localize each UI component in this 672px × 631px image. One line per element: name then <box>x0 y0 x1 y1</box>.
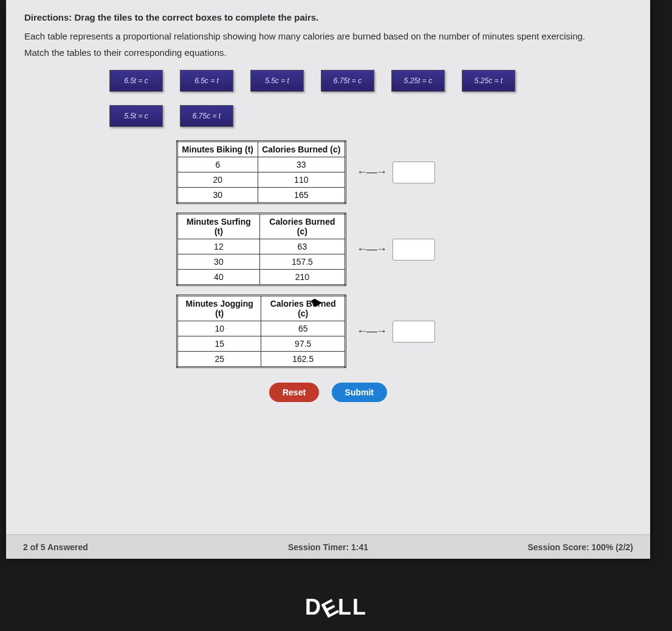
drop-slot-surfing[interactable] <box>393 239 435 261</box>
table-row: 40210 <box>177 270 346 285</box>
tile-1[interactable]: 6.5t = c <box>109 70 163 92</box>
table-row: 1065 <box>177 321 346 336</box>
table-row: 1263 <box>177 239 346 254</box>
instruction-text: Match the tables to their corresponding … <box>24 47 632 58</box>
footer-bar: 2 of 5 Answered Session Timer: 1:41 Sess… <box>6 534 650 559</box>
pair-row-jogging: Minutes Jogging (t) Calories Burned (c) … <box>176 295 632 368</box>
tables-area: Minutes Biking (t) Calories Burned (c) 6… <box>176 140 632 368</box>
th-jogging-t: Minutes Jogging (t) <box>177 296 261 321</box>
th-surfing-t: Minutes Surfing (t) <box>177 214 260 239</box>
table-surfing: Minutes Surfing (t) Calories Burned (c) … <box>176 213 346 286</box>
tile-row-1: 6.5t = c 6.5c = t 5.5c = t 6.75t = c 5.2… <box>109 70 632 92</box>
arrow-icon: ←—→ <box>350 243 393 256</box>
table-row: 20110 <box>177 172 346 188</box>
arrow-icon: ←—→ <box>350 166 393 179</box>
tile-6[interactable]: 5.25c = t <box>462 70 515 92</box>
tile-7[interactable]: 5.5t = c <box>109 105 163 127</box>
tile-row-2: 5.5t = c 6.75c = t <box>109 105 632 127</box>
th-jogging-c: Calories Burned (c) <box>261 296 346 321</box>
th-biking-t: Minutes Biking (t) <box>177 142 258 157</box>
table-row: 30157.5 <box>177 254 346 270</box>
table-biking: Minutes Biking (t) Calories Burned (c) 6… <box>176 140 346 204</box>
directions-text: Directions: Drag the tiles to the correc… <box>24 12 632 22</box>
drop-slot-biking[interactable] <box>393 162 435 183</box>
arrow-icon: ←—→ <box>350 325 393 338</box>
button-row: Reset Submit <box>24 383 632 402</box>
tile-5[interactable]: 5.25t = c <box>391 70 445 92</box>
laptop-brand-logo: DELL <box>0 595 672 620</box>
tile-2[interactable]: 6.5c = t <box>180 70 233 92</box>
intro-text: Each table represents a proportional rel… <box>24 30 632 43</box>
tile-8[interactable]: 6.75c = t <box>180 105 233 127</box>
table-row: 30165 <box>177 188 346 203</box>
question-card: Directions: Drag the tiles to the correc… <box>6 0 650 559</box>
tile-4[interactable]: 6.75t = c <box>321 70 374 92</box>
th-biking-c: Calories Burned (c) <box>258 142 345 157</box>
submit-button[interactable]: Submit <box>332 383 387 402</box>
th-surfing-c: Calories Burned (c) <box>259 214 345 239</box>
table-row: 1597.5 <box>177 336 346 352</box>
drop-slot-jogging[interactable] <box>393 321 435 343</box>
session-timer: Session Timer: 1:41 <box>6 542 650 552</box>
table-jogging: Minutes Jogging (t) Calories Burned (c) … <box>176 295 346 368</box>
tile-3[interactable]: 5.5c = t <box>250 70 304 92</box>
table-row: 25162.5 <box>177 352 346 367</box>
tile-bank: 6.5t = c 6.5c = t 5.5c = t 6.75t = c 5.2… <box>24 70 632 127</box>
pair-row-biking: Minutes Biking (t) Calories Burned (c) 6… <box>176 140 632 204</box>
pair-row-surfing: Minutes Surfing (t) Calories Burned (c) … <box>176 213 632 286</box>
table-row: 633 <box>177 157 346 172</box>
reset-button[interactable]: Reset <box>269 383 319 402</box>
